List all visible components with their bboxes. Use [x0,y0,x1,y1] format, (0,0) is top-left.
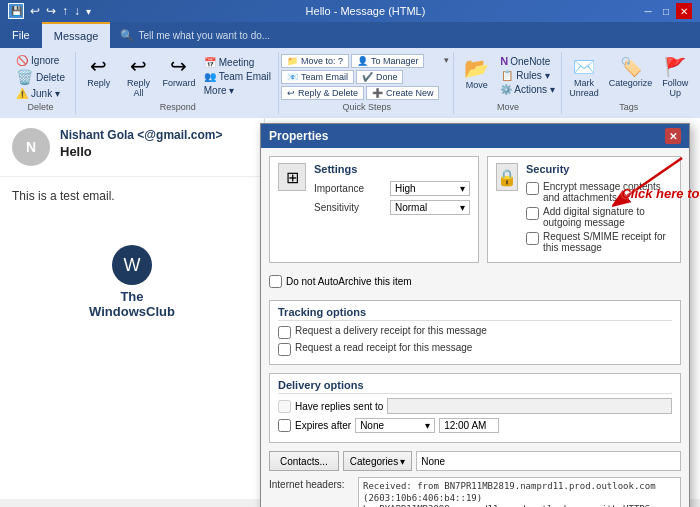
have-replies-input[interactable] [387,398,672,414]
up-btn[interactable]: ↑ [62,4,68,18]
team-email-btn[interactable]: 👥 Team Email [200,70,275,83]
save-icon: 💾 [8,3,24,19]
delete-icon: 🗑️ [16,69,33,85]
delivery-receipt-checkbox[interactable] [278,326,291,339]
dialog-titlebar: Properties ✕ [261,124,689,148]
actions-icon: ⚙️ [500,84,512,95]
tracking-header: Tracking options [278,306,672,321]
sensitivity-select[interactable]: Normal ▾ [390,200,470,215]
ribbon-group-move: 📂 Move N OneNote 📋 Rules ▾ ⚙️ Actions ▾ … [456,52,562,114]
quicksteps-label: Quick Steps [342,100,391,112]
delete-btn[interactable]: 🗑️ Delete [12,68,69,86]
rules-btn[interactable]: 📋 Rules ▾ [497,69,558,82]
reply-delete-qs-btn[interactable]: ↩ Reply & Delete [281,86,364,100]
tracking-section: Tracking options Request a delivery rece… [269,300,681,365]
to-manager-btn[interactable]: 👤 To Manager [351,54,425,68]
smime-row: Request S/MIME receipt for this message [526,231,672,253]
respond-group-label: Respond [160,100,196,112]
delete-group-inner: 🚫 Ignore 🗑️ Delete ⚠️ Junk ▾ [12,54,69,100]
done-btn[interactable]: ✔️ Done [356,70,404,84]
ribbon-tabs: File Message 🔍 Tell me what you want to … [0,22,700,48]
more-respond-btn[interactable]: More ▾ [200,84,275,97]
read-receipt-checkbox[interactable] [278,343,291,356]
time-input[interactable] [439,418,499,433]
dialog-body: ⊞ Settings Importance High ▾ [261,148,689,507]
categories-button[interactable]: Categories ▾ [343,451,412,471]
move-btn[interactable]: 📂 Move [458,54,495,92]
digital-sig-checkbox[interactable] [526,207,539,220]
tell-me-box[interactable]: 🔍 Tell me what you want to do... [110,22,700,48]
sensitivity-dropdown-icon: ▾ [460,202,465,213]
read-receipt-row: Request a read receipt for this message [278,342,672,356]
quicksteps-expand[interactable]: ▾ [441,54,452,66]
tab-message[interactable]: Message [42,22,111,48]
actions-btn[interactable]: ⚙️ Actions ▾ [497,83,558,96]
tab-file[interactable]: File [0,22,42,48]
mark-unread-btn[interactable]: ✉️ Mark Unread [565,54,603,100]
importance-dropdown-icon: ▾ [460,183,465,194]
archive-row: Do not AutoArchive this item [269,271,681,292]
security-title: Security [526,163,672,175]
security-section: 🔒 Security Encrypt message contents and … [487,156,681,263]
done-icon: ✔️ [362,72,373,82]
have-replies-checkbox[interactable] [278,400,291,413]
reply-all-btn[interactable]: ↩ Reply All [119,54,158,100]
create-new-icon: ➕ [372,88,383,98]
undo-btn[interactable]: ↩ [30,4,40,18]
more-btn[interactable]: ▾ [86,6,91,17]
ignore-btn[interactable]: 🚫 Ignore [12,54,69,67]
search-icon: 🔍 [120,29,134,42]
onenote-btn[interactable]: N OneNote [497,54,558,68]
create-new-btn[interactable]: ➕ Create New [366,86,440,100]
follow-up-btn[interactable]: 🚩 Follow Up [658,54,692,100]
delivery-receipt-row: Request a delivery receipt for this mess… [278,325,672,339]
down-btn[interactable]: ↓ [74,4,80,18]
have-replies-row: Have replies sent to [278,398,672,414]
tags-group-label: Tags [619,100,638,112]
expires-label: Expires after [295,420,351,431]
encrypt-row: Encrypt message contents and attachments [526,181,672,203]
dialog-overlay: Properties ✕ ⊞ Settings Importance [0,118,700,499]
encrypt-checkbox[interactable] [526,182,539,195]
importance-select[interactable]: High ▾ [390,181,470,196]
junk-btn[interactable]: ⚠️ Junk ▾ [12,87,69,100]
expires-select[interactable]: None ▾ [355,418,435,433]
sensitivity-label: Sensitivity [314,202,384,213]
archive-checkbox[interactable] [269,275,282,288]
properties-dialog: Properties ✕ ⊞ Settings Importance [260,123,690,507]
categorize-btn[interactable]: 🏷️ Categorize [605,54,657,90]
expires-checkbox[interactable] [278,419,291,432]
dialog-close-btn[interactable]: ✕ [665,128,681,144]
forward-btn[interactable]: ↪ Forward [160,54,198,90]
move-icon: 📂 [464,56,489,80]
team-icon: 📧 [287,72,298,82]
team-email-qs-btn[interactable]: 📧 Team Email [281,70,354,84]
ribbon-content: 🚫 Ignore 🗑️ Delete ⚠️ Junk ▾ Delete ↩ Re… [0,48,700,118]
title-bar-left: 💾 ↩ ↪ ↑ ↓ ▾ [8,3,91,19]
meeting-btn[interactable]: 📅 Meeting [200,56,275,69]
categories-input[interactable] [416,451,681,471]
expires-row: Expires after None ▾ [278,418,672,433]
reply-icon: ↩ [90,56,107,76]
sensitivity-row: Sensitivity Normal ▾ [314,200,470,215]
smime-checkbox[interactable] [526,232,539,245]
maximize-btn[interactable]: □ [658,3,674,19]
close-window-btn[interactable]: ✕ [676,3,692,19]
meeting-icon: 📅 [204,57,216,68]
onenote-icon: N [500,55,508,67]
encrypt-label: Encrypt message contents and attachments [543,181,672,203]
move-group-label: Move [497,100,519,112]
respond-group-inner: ↩ Reply ↩ Reply All ↪ Forward 📅 Meeting … [81,54,275,100]
redo-btn[interactable]: ↪ [46,4,56,18]
move-to-btn[interactable]: 📁 Move to: ? [281,54,349,68]
headers-textarea[interactable]: Received: from BN7PR11MB2819.namprd11.pr… [358,477,681,507]
ribbon-group-tags: ✉️ Mark Unread 🏷️ Categorize 🚩 Follow Up… [564,52,695,114]
contacts-button[interactable]: Contacts... [269,451,339,471]
settings-title: Settings [314,163,470,175]
minimize-btn[interactable]: ─ [640,3,656,19]
read-receipt-label: Request a read receipt for this message [295,342,472,353]
ignore-icon: 🚫 [16,55,28,66]
reply-btn[interactable]: ↩ Reply [81,54,117,90]
rules-icon: 📋 [501,70,513,81]
smime-label: Request S/MIME receipt for this message [543,231,672,253]
